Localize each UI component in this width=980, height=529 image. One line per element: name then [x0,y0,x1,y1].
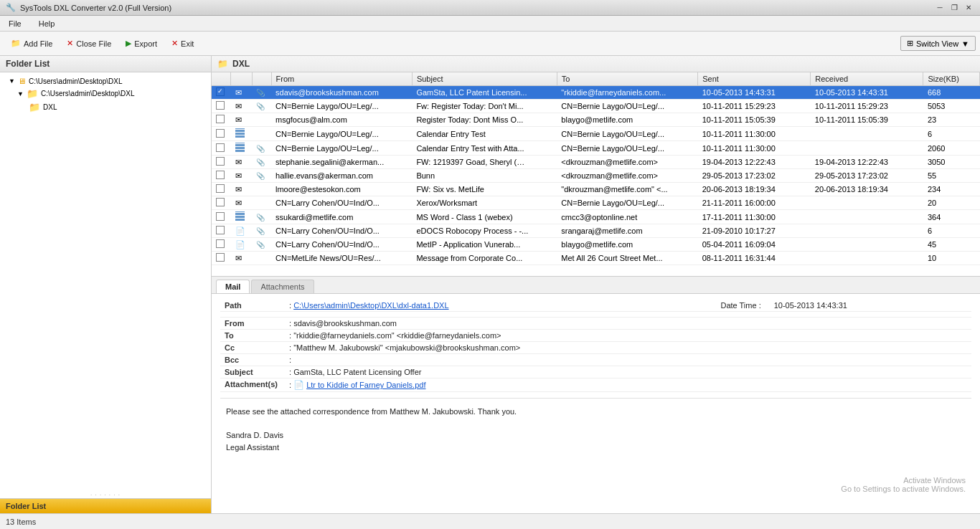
row-icon1: ✉ [231,183,252,196]
export-button[interactable]: ▶ Export [119,36,164,51]
row-checkbox[interactable] [216,198,225,206]
exit-button[interactable]: ✕ Exit [165,36,200,51]
table-row[interactable]: ✉📎sdavis@brookskushman.comGamSta, LLC Pa… [212,86,980,100]
attachment-link[interactable]: Ltr to Kiddie of Farney Daniels.pdf [306,381,425,389]
folder-tree: ▼ 🖥 C:\Users\admin\Desktop\DXL ▼ 📁 C:\Us… [0,72,211,490]
table-row[interactable]: 📄📎CN=Larry Cohen/OU=Ind/O...eDOCS Roboco… [212,224,980,238]
menu-help[interactable]: Help [33,18,61,29]
row-sent: 10-05-2013 14:43:31 [698,86,811,100]
row-subject: Calendar Entry Test with Atta... [412,141,557,156]
close-file-button[interactable]: ✕ Close File [60,36,118,51]
row-from: CN=MetLife News/OU=Res/... [271,252,412,265]
table-row[interactable]: ✉📎CN=Bernie Laygo/OU=Leg/...Fw: Register… [212,100,980,113]
body-line1: Please see the attached correspondence f… [226,406,966,418]
row-received [811,252,923,265]
folder-list-bottom-bar[interactable]: Folder List [0,498,211,513]
row-checkbox[interactable] [216,115,225,123]
row-from: CN=Bernie Laygo/OU=Leg/... [271,127,412,141]
close-button[interactable]: ✕ [963,2,974,14]
left-panel: Folder List ▼ 🖥 C:\Users\admin\Desktop\D… [0,56,212,513]
row-size: 55 [923,169,980,183]
tab-mail[interactable]: Mail [216,280,250,293]
add-file-button[interactable]: 📁 Add File [4,36,59,51]
table-row[interactable]: 📎CN=Bernie Laygo/OU=Leg/...Calendar Entr… [212,141,980,156]
row-sent: 10-11-2011 15:05:39 [698,113,811,127]
from-label: From [220,318,285,330]
table-row[interactable]: 📄📎CN=Larry Cohen/OU=Ind/O...MetIP - Appl… [212,238,980,252]
table-row[interactable]: 📎ssukardi@metlife.comMS Word - Class 1 (… [212,210,980,224]
row-to: CN=Bernie Laygo/OU=Leg/... [557,196,697,210]
row-sent: 19-04-2013 12:22:43 [698,156,811,169]
tab-attachments[interactable]: Attachments [251,280,314,293]
tree-item-label: C:\Users\admin\Desktop\DXL [29,77,123,85]
row-checkbox[interactable] [216,253,225,262]
row-checkbox[interactable] [216,143,225,152]
row-checkbox[interactable] [216,212,225,221]
table-row[interactable]: CN=Bernie Laygo/OU=Leg/...Calendar Entry… [212,127,980,141]
row-size: 23 [923,113,980,127]
row-checkbox[interactable] [216,171,225,179]
row-icon1: 📄 [231,224,252,238]
menu-file[interactable]: File [3,18,27,29]
row-to: <dkrouzman@metlife.com> [557,169,697,183]
table-row[interactable]: ✉📎hallie.evans@akerman.comBunn<dkrouzman… [212,169,980,183]
table-row[interactable]: ✉📎stephanie.segalini@akerman...FW: 12193… [212,156,980,169]
cc-label: Cc [220,342,285,354]
col-header-from[interactable]: From [271,72,412,86]
row-to: cmcc3@optonline.net [557,210,697,224]
row-checkbox[interactable] [216,101,225,110]
tree-item-dxl[interactable]: 📁 DXL [3,100,208,114]
exit-icon: ✕ [171,39,178,48]
row-sent: 17-11-2011 11:30:00 [698,210,811,224]
col-header-received[interactable]: Received [811,72,923,86]
row-size: 45 [923,238,980,252]
restore-button[interactable]: ❐ [948,2,960,14]
email-table-container[interactable]: From Subject To Sent Received Size(KB) ✉… [212,72,980,277]
row-subject: MetIP - Application Vunerab... [412,238,557,252]
folder-list-bottom-label: Folder List [6,502,46,510]
to-value: : "rkiddie@farneydaniels.com" <rkiddie@f… [285,330,971,342]
tree-item-root[interactable]: ▼ 🖥 C:\Users\admin\Desktop\DXL [3,75,208,87]
items-count: 13 Items [6,518,36,526]
row-from: ssukardi@metlife.com [271,210,412,224]
row-icon1: ✉ [231,86,252,100]
row-checkbox[interactable] [216,157,225,166]
tree-item-label: DXL [43,103,57,111]
row-subject: MS Word - Class 1 (webex) [412,210,557,224]
col-header-size[interactable]: Size(KB) [923,72,980,86]
row-checkbox[interactable] [216,184,225,193]
row-icon2: 📎 [252,210,271,224]
col-header-icon2 [252,72,271,86]
table-row[interactable]: ✉msgfocus@alm.comRegister Today: Dont Mi… [212,113,980,127]
table-row[interactable]: ✉lmoore@estesokon.comFW: Six vs. MetLife… [212,183,980,196]
col-header-to[interactable]: To [557,72,697,86]
switch-view-button[interactable]: ⊞ Switch View ▼ [900,36,976,51]
row-received [811,196,923,210]
path-link[interactable]: C:\Users\admin\Desktop\DXL\dxl-data1.DXL [293,301,448,310]
row-icon1: ✉ [231,113,252,127]
grid-icon [235,128,245,138]
row-icon1: ✉ [231,252,252,265]
path-label: Path [220,300,285,312]
bcc-label: Bcc [220,354,285,366]
row-checkbox[interactable] [216,129,225,138]
row-size: 6 [923,224,980,238]
row-to: blaygo@metlife.com [557,238,697,252]
row-size: 364 [923,210,980,224]
row-checkbox[interactable] [216,87,225,96]
tree-item-dxl-folder[interactable]: ▼ 📁 C:\Users\admin\Desktop\DXL [3,87,208,100]
export-icon: ▶ [126,39,131,48]
email-body: Please see the attached correspondence f… [220,398,971,460]
row-icon2: 📎 [252,141,271,156]
table-row[interactable]: ✉CN=Larry Cohen/OU=Ind/O...Xerox/Worksma… [212,196,980,210]
row-icon2: 📎 [252,169,271,183]
subject-label: Subject [220,366,285,378]
table-row[interactable]: ✉CN=MetLife News/OU=Res/...Message from … [212,252,980,265]
row-checkbox[interactable] [216,226,225,234]
folder-icon: 📁 [29,102,40,113]
col-header-sent[interactable]: Sent [698,72,811,86]
row-checkbox[interactable] [216,239,225,248]
col-header-subject[interactable]: Subject [412,72,557,86]
minimize-button[interactable]: ─ [934,2,946,14]
row-to: srangaraj@metlife.com [557,224,697,238]
